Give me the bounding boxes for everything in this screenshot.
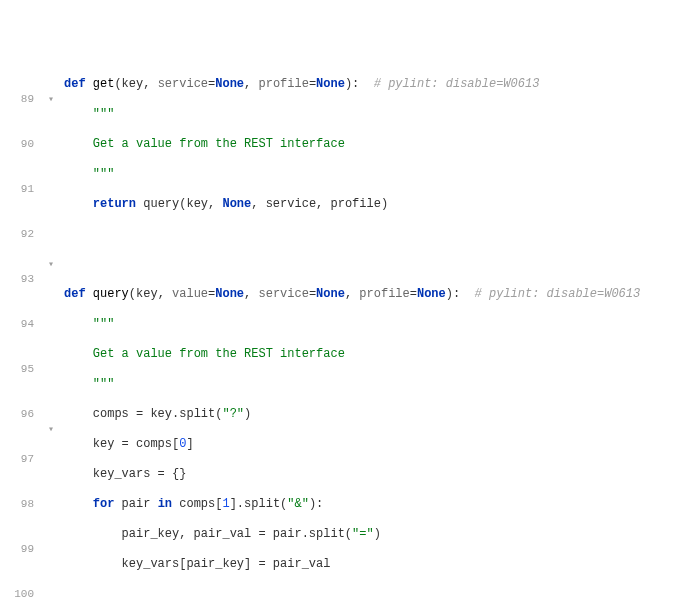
code-editor: 89 90 91 92 93 94 95 96 97 98 99 100 101…	[0, 60, 690, 605]
line-number: 94	[8, 317, 34, 332]
line-number: 93	[8, 272, 34, 287]
line-number: 90	[8, 137, 34, 152]
line-number: 98	[8, 497, 34, 512]
code-line: Get a value from the REST interface	[64, 137, 690, 152]
code-area[interactable]: def get(key, service=None, profile=None)…	[60, 60, 690, 605]
line-number: 96	[8, 407, 34, 422]
code-line: comps = key.split("?")	[64, 407, 690, 422]
fold-marker-icon[interactable]: ▾	[42, 257, 60, 272]
line-number: 91	[8, 182, 34, 197]
code-line: Get a value from the REST interface	[64, 347, 690, 362]
code-line: pair_key, pair_val = pair.split("=")	[64, 527, 690, 542]
code-line: """	[64, 377, 690, 392]
line-number: 89	[8, 92, 34, 107]
code-line: key_vars = {}	[64, 467, 690, 482]
code-line: def query(key, value=None, service=None,…	[64, 287, 690, 302]
line-number: 92	[8, 227, 34, 242]
fold-gutter: ▾ ▾ ▾ ▾ ▾	[42, 60, 60, 605]
code-line: def get(key, service=None, profile=None)…	[64, 77, 690, 92]
code-line: """	[64, 317, 690, 332]
code-line: """	[64, 167, 690, 182]
code-line: key = comps[0]	[64, 437, 690, 452]
fold-marker-icon[interactable]: ▾	[42, 422, 60, 437]
line-number-gutter: 89 90 91 92 93 94 95 96 97 98 99 100 101…	[0, 60, 42, 605]
code-line: return query(key, None, service, profile…	[64, 197, 690, 212]
line-number: 100	[8, 587, 34, 602]
fold-marker-icon[interactable]: ▾	[42, 92, 60, 107]
line-number: 95	[8, 362, 34, 377]
code-line: """	[64, 107, 690, 122]
code-line: for pair in comps[1].split("&"):	[64, 497, 690, 512]
line-number: 97	[8, 452, 34, 467]
code-line: key_vars[pair_key] = pair_val	[64, 557, 690, 572]
line-number: 99	[8, 542, 34, 557]
